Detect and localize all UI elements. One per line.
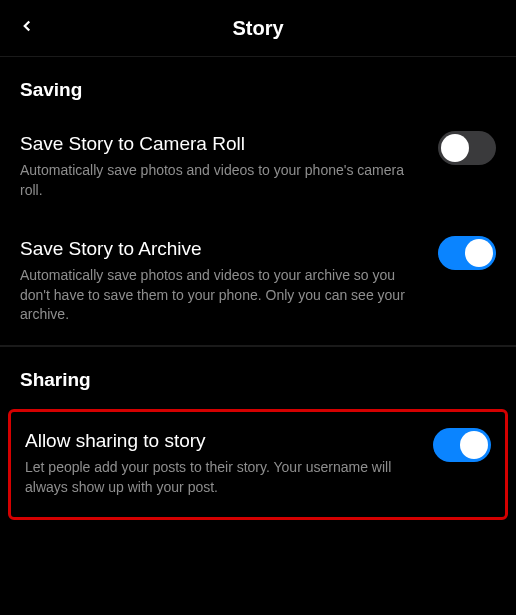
setting-allow-sharing: Allow sharing to story Let people add yo… [11,412,505,517]
section-header-saving: Saving [0,56,516,115]
setting-text: Save Story to Archive Automatically save… [20,238,422,325]
chevron-left-icon [18,17,36,35]
header: Story [0,0,516,56]
setting-title: Allow sharing to story [25,430,417,452]
back-button[interactable] [12,11,42,45]
setting-save-archive: Save Story to Archive Automatically save… [0,220,516,345]
toggle-allow-sharing[interactable] [433,428,491,462]
setting-description: Automatically save photos and videos to … [20,266,422,325]
setting-title: Save Story to Camera Roll [20,133,422,155]
toggle-knob [465,239,493,267]
setting-text: Save Story to Camera Roll Automatically … [20,133,422,200]
setting-description: Let people add your posts to their story… [25,458,417,497]
section-header-sharing: Sharing [0,346,516,405]
toggle-save-archive[interactable] [438,236,496,270]
setting-description: Automatically save photos and videos to … [20,161,422,200]
toggle-knob [460,431,488,459]
page-title: Story [232,17,283,40]
toggle-save-camera-roll[interactable] [438,131,496,165]
toggle-knob [441,134,469,162]
setting-text: Allow sharing to story Let people add yo… [25,430,417,497]
setting-title: Save Story to Archive [20,238,422,260]
highlight-box: Allow sharing to story Let people add yo… [8,409,508,520]
setting-save-camera-roll: Save Story to Camera Roll Automatically … [0,115,516,220]
